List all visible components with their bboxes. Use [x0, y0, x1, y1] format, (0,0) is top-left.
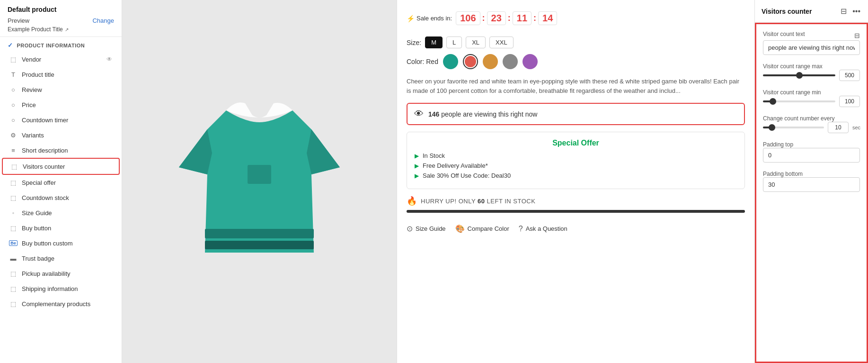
frame-icon: ⬚	[9, 300, 17, 308]
visitor-count-text-label: Visitor count text	[763, 31, 805, 37]
example-product-link[interactable]: Example Product Title ↗	[8, 26, 114, 33]
visitor-count-max-value: 500	[839, 70, 860, 81]
padding-top-input[interactable]	[763, 148, 860, 163]
right-panel-actions: ⊟ •••	[840, 6, 861, 17]
change-count-label: Change count number every	[763, 115, 834, 122]
color-label: Color: Red	[407, 58, 438, 65]
countdown-frames: 14	[538, 11, 557, 25]
visitor-count-max-label: Visitor count range max	[763, 63, 823, 70]
visitor-count-min-label: Visitor count range min	[763, 89, 821, 96]
frame-icon: ⬚	[9, 194, 17, 201]
palette-icon: 🎨	[455, 224, 465, 233]
price-icon: ○	[9, 101, 17, 109]
sidebar-item-review[interactable]: ○ Review	[2, 82, 120, 97]
countdown-bar: ⚡ Sale ends in: 106 : 23 : 11 : 14	[407, 8, 745, 31]
sidebar-item-special-offer[interactable]: ⬚ Special offer	[2, 175, 120, 190]
change-count-slider-row: 10 sec	[763, 122, 860, 133]
settings-icon: ⚙	[9, 131, 17, 139]
app-title: Default product	[8, 6, 114, 13]
frame-icon: ⬚	[9, 270, 17, 277]
visitor-count-text-input[interactable]	[763, 40, 860, 55]
special-offer-title: Special Offer	[415, 139, 737, 147]
countdown-sep2: :	[508, 13, 511, 23]
size-btn-l[interactable]: L	[446, 36, 462, 48]
eye-icon: 👁	[106, 56, 112, 63]
color-selector: Color: Red	[407, 54, 745, 69]
size-guide-link[interactable]: ⊙ Size Guide	[407, 224, 446, 233]
bolt-icon: ⚡	[407, 15, 415, 22]
sidebar-body: ✓ PRODUCT INFORMATION ⬚ Vendor 👁 T Produ…	[0, 37, 122, 363]
size-btn-m[interactable]: M	[425, 36, 443, 48]
change-button[interactable]: Change	[92, 17, 114, 24]
color-swatch-gray[interactable]	[503, 54, 518, 69]
panel-db-icon[interactable]: ⊟	[840, 6, 848, 17]
arrow-icon: ▶	[415, 172, 419, 179]
sidebar-item-shipping-information[interactable]: ⬚ Shipping information	[2, 281, 120, 296]
sidebar-header: Default product Preview Change Example P…	[0, 0, 122, 37]
visitors-counter-widget: 👁 146 people are viewing this right now	[407, 103, 745, 125]
size-btn-xl[interactable]: XL	[466, 36, 486, 48]
color-swatch-purple[interactable]	[523, 54, 538, 69]
sidebar-item-pickup-availability[interactable]: ⬚ Pickup availability	[2, 266, 120, 281]
sidebar-item-short-description[interactable]: ≡ Short description	[2, 143, 120, 158]
arrow-icon: ▶	[415, 153, 419, 159]
padding-bottom-group: Padding bottom	[763, 170, 860, 192]
arrow-icon: ▶	[415, 163, 419, 169]
color-swatch-teal[interactable]	[443, 54, 458, 69]
stock-bar	[407, 210, 745, 213]
right-panel-title: Visitors counter	[762, 8, 812, 15]
padding-top-group: Padding top	[763, 141, 860, 163]
visitor-count-max-slider[interactable]	[763, 74, 835, 76]
change-count-value: 10	[828, 122, 849, 133]
color-swatch-orange[interactable]	[483, 54, 498, 69]
sidebar-item-complementary-products[interactable]: ⬚ Complementary products	[2, 296, 120, 311]
compare-color-link[interactable]: 🎨 Compare Color	[455, 224, 509, 233]
size-btn-xxl[interactable]: XXL	[489, 36, 514, 48]
right-panel: Visitors counter ⊟ ••• Visitor count tex…	[754, 0, 868, 363]
visitor-count-text-group: Visitor count text ⊟	[763, 31, 860, 55]
sidebar-item-buy-button-custom[interactable]: Be Buy button custom	[2, 236, 120, 251]
color-swatch-red[interactable]	[463, 54, 478, 69]
visitor-count-min-slider-row: 100	[763, 96, 860, 107]
product-preview: ⚡ Sale ends in: 106 : 23 : 11 : 14 Size:…	[122, 0, 754, 363]
size-selector: Size: M L XL XXL	[407, 36, 745, 48]
frame-icon: ⬚	[10, 163, 18, 170]
sidebar-item-price[interactable]: ○ Price	[2, 97, 120, 112]
ask-question-link[interactable]: ? Ask a Question	[519, 225, 567, 233]
countdown-hours: 106	[456, 11, 480, 25]
question-icon: ?	[519, 225, 523, 233]
offer-item-1: ▶ In Stock	[415, 152, 737, 159]
sidebar-item-size-guide[interactable]: ● Size Guide	[2, 205, 120, 220]
product-info-panel: ⚡ Sale ends in: 106 : 23 : 11 : 14 Size:…	[397, 0, 754, 363]
external-link-icon: ↗	[65, 27, 69, 32]
text-icon: T	[9, 71, 17, 78]
sidebar-item-buy-button[interactable]: ⬚ Buy button	[2, 220, 120, 236]
countdown-sep3: :	[533, 13, 536, 23]
sidebar-item-variants[interactable]: ⚙ Variants	[2, 127, 120, 143]
panel-more-icon[interactable]: •••	[851, 6, 861, 17]
frame-icon: ⬚	[9, 55, 17, 63]
padding-bottom-input[interactable]	[763, 177, 860, 192]
list-icon: ≡	[9, 146, 17, 154]
database-icon: ⊟	[854, 32, 860, 39]
sidebar-item-visitors-counter[interactable]: ⬚ Visitors counter	[2, 158, 120, 175]
svg-rect-0	[248, 165, 271, 184]
sidebar-item-product-title[interactable]: T Product title	[2, 67, 120, 82]
sidebar-item-countdown-timer[interactable]: ○ Countdown timer	[2, 112, 120, 127]
special-offer-box: Special Offer ▶ In Stock ▶ Free Delivery…	[407, 132, 745, 189]
tshirt-area	[122, 0, 397, 363]
fire-icon: 🔥	[407, 196, 417, 206]
sidebar-item-vendor[interactable]: ⬚ Vendor 👁	[2, 52, 120, 67]
visitor-count-min-slider[interactable]	[763, 100, 835, 102]
hurry-row: 🔥 HURRY UP! ONLY 60 LEFT IN STOCK	[407, 196, 745, 206]
hurry-text: HURRY UP! ONLY 60 LEFT IN STOCK	[421, 198, 535, 205]
offer-item-3: ▶ Sale 30% Off Use Code: Deal30	[415, 172, 737, 179]
size-label: Size:	[407, 39, 421, 46]
change-count-group: Change count number every 10 sec	[763, 115, 860, 133]
change-count-slider[interactable]	[763, 127, 824, 128]
sidebar-item-countdown-stock[interactable]: ⬚ Countdown stock	[2, 190, 120, 205]
padding-top-label: Padding top	[763, 141, 793, 148]
visitors-text: 146 people are viewing this right now	[428, 110, 537, 118]
visitors-count: 146	[428, 110, 439, 118]
sidebar-item-trust-badge[interactable]: ▬ Trust badge	[2, 251, 120, 266]
